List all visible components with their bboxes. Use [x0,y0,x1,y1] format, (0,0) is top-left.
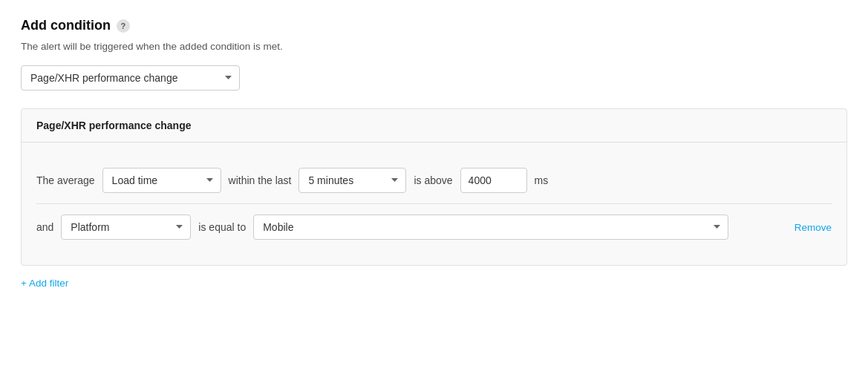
metric-condition-row: The average Load time FCP LCP CLS TTFB w… [36,157,832,203]
threshold-input[interactable] [460,168,527,193]
is-equal-label: is equal to [198,221,246,233]
average-label: The average [36,174,95,186]
is-above-label: is above [414,174,452,186]
remove-button[interactable]: Remove [794,222,832,233]
metric-select[interactable]: Load time FCP LCP CLS TTFB [102,168,221,193]
section-body: The average Load time FCP LCP CLS TTFB w… [22,143,846,265]
page-container: Add condition ? The alert will be trigge… [21,18,847,289]
add-filter-button[interactable]: + Add filter [21,278,68,289]
unit-label: ms [535,174,549,186]
help-icon[interactable]: ? [117,19,130,33]
value-select[interactable]: Mobile Desktop Tablet [253,215,728,240]
section-title: Page/XHR performance change [22,109,846,143]
page-title: Add condition [21,18,111,33]
condition-type-row: Page/XHR performance change Custom event… [21,65,847,91]
filter-condition-row: and Platform Browser OS Country URL is e… [36,203,832,250]
subtitle: The alert will be triggered when the add… [21,41,847,52]
title-row: Add condition ? [21,18,847,33]
condition-type-select[interactable]: Page/XHR performance change Custom event… [21,65,240,91]
and-label: and [36,221,53,233]
timeframe-select[interactable]: 5 minutes 15 minutes 30 minutes 1 hour 2… [298,168,406,193]
section-box: Page/XHR performance change The average … [21,108,847,266]
platform-select[interactable]: Platform Browser OS Country URL [61,215,191,240]
within-label: within the last [229,174,292,186]
